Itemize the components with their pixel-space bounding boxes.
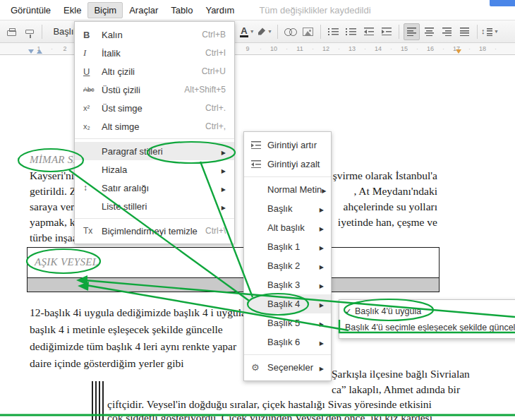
menu-ekle[interactable]: Ekle <box>57 2 87 18</box>
heading-table[interactable]: AŞIK VEYSEL <box>27 247 440 292</box>
line-right-fragment: , At Meydanı'ndaki <box>353 185 437 198</box>
menu-item-label: Başlık 4 <box>267 299 320 309</box>
right-indent-marker[interactable] <box>456 49 461 54</box>
menu-item-ust-simge[interactable]: x² Üst simge Ctrl+. <box>75 99 234 117</box>
menu-item-baslik-3[interactable]: Başlık 3 <box>244 275 331 294</box>
menu-item-secenekler[interactable]: ⚙ Seçenekler <box>244 358 331 377</box>
submenu-arrow-icon <box>320 299 324 309</box>
shortcut-label: Ctrl+. <box>205 103 226 113</box>
align-left-button[interactable] <box>404 23 420 40</box>
menu-item-baslik-6[interactable]: Başlık 6 <box>244 332 331 352</box>
superscript-icon: x² <box>83 104 102 112</box>
bulleted-list-button[interactable] <box>343 23 359 40</box>
line-left-fragment: Kayseri'nin <box>30 169 80 182</box>
shortcut-label: Ctrl+I <box>205 48 226 58</box>
table-row[interactable]: AŞIK VEYSEL <box>28 248 439 277</box>
menu-item-italik[interactable]: I İtalik Ctrl+I <box>75 44 234 62</box>
heading4-menu: Başlık 4'ü uygula Başlık 4'ü seçimle eşl… <box>339 299 515 339</box>
save-status: Tüm değişiklikler kaydedildi <box>259 5 370 16</box>
left-indent-marker[interactable] <box>37 49 42 54</box>
align-right-button[interactable] <box>439 23 455 40</box>
heading-asik-veysel: AŞIK VEYSEL <box>35 256 98 268</box>
menu-item-alti-cizili[interactable]: U Altı çizili Ctrl+U <box>75 62 234 80</box>
menu-item-label: Normal Metin <box>267 184 322 195</box>
submenu-arrow-icon <box>322 184 326 195</box>
paragraph-line: 12-başlık 4i uygula dediğimizde başlık 4… <box>30 306 250 319</box>
menu-item-bicimlendirmeyi-temizle[interactable]: Tx Biçimlendirmeyi temizle Ctrl+\ <box>75 222 234 240</box>
menu-item-baslik-1[interactable]: Başlık 1 <box>244 237 331 256</box>
menu-item-label: İtalik <box>102 48 198 59</box>
check-icon <box>345 306 355 316</box>
line-spacing-button[interactable]: ▼ <box>482 23 499 40</box>
menu-item-label: Üst simge <box>102 103 198 114</box>
share-button[interactable] <box>490 0 515 6</box>
shortcut-label: Ctrl+, <box>205 121 226 131</box>
paragraph-line: ca” lakaplı, Ahmet adında bir <box>332 383 460 396</box>
menu-goruntule[interactable]: Görüntüle <box>4 2 57 18</box>
menu-item-label: Satır aralığı <box>102 183 222 193</box>
paragraph-line: çok şiddetli gösteriyordu. Çiçek yüzünde… <box>107 412 432 420</box>
menu-item-baslik-2[interactable]: Başlık 2 <box>244 256 331 275</box>
menu-item-baslik-5[interactable]: Başlık 5 <box>244 313 331 332</box>
menu-item-hizala[interactable]: Hizala <box>75 160 234 179</box>
format-menu: B Kalın Ctrl+B I İtalik Ctrl+I U Altı çi… <box>74 21 235 244</box>
menu-item-paragraf-stilleri[interactable]: Paragraf stilleri <box>75 142 234 160</box>
decrease-indent-button[interactable] <box>360 23 377 40</box>
line-right-fragment: şvirme olarak İstanbul'a <box>333 169 437 182</box>
insert-image-icon <box>303 28 313 36</box>
menu-item-ustu-cizili[interactable]: Abc Üstü çizili Alt+Shift+5 <box>75 80 234 99</box>
gear-icon: ⚙ <box>251 362 267 373</box>
justify-button[interactable] <box>456 23 473 40</box>
menu-item-girintiyi-azalt[interactable]: Girintiyi azalt <box>244 155 331 174</box>
chevron-down-icon: ▼ <box>267 29 272 34</box>
menu-item-baslik-4[interactable]: Başlık 4 <box>244 294 331 313</box>
text-color-button[interactable]: A▼ <box>239 23 255 40</box>
table-border-line <box>95 381 97 420</box>
menu-item-baslik4-guncelle[interactable]: Başlık 4'ü seçimle eşleşecek şekilde gün… <box>339 319 515 335</box>
selected-table-row[interactable] <box>28 277 439 292</box>
numbered-list-button[interactable] <box>325 23 341 40</box>
bulleted-list-icon <box>346 28 356 35</box>
menu-item-baslik[interactable]: Başlık <box>244 199 331 218</box>
highlight-color-button[interactable]: ▼ <box>257 23 273 40</box>
insert-link-button[interactable] <box>282 23 298 40</box>
paint-format-button[interactable] <box>21 23 37 40</box>
menu-item-satir-araligi[interactable]: ↕ Satır aralığı <box>75 179 234 197</box>
menu-araclar[interactable]: Araçlar <box>123 2 164 18</box>
align-center-button[interactable] <box>421 23 437 40</box>
menu-tablo[interactable]: Tablo <box>164 2 199 18</box>
line-spacing-icon <box>482 28 492 36</box>
menu-item-label: Biçimlendirmeyi temizle <box>102 226 198 236</box>
print-button[interactable] <box>4 23 20 40</box>
menu-item-label: Başlık 1 <box>267 241 320 252</box>
first-line-indent-marker[interactable] <box>28 49 34 54</box>
menu-item-alt-simge[interactable]: x₂ Alt simge Ctrl+, <box>75 117 234 136</box>
menu-item-label: Girintiyi azalt <box>267 159 324 169</box>
menu-item-label: Alt başlık <box>267 222 320 233</box>
insert-image-button[interactable] <box>300 23 316 40</box>
paragraph-line: dediğimizde tüm başlık 4 leri aynı renkt… <box>30 340 236 353</box>
menu-yardim[interactable]: Yardım <box>199 2 241 18</box>
menu-bar: Görüntüle Ekle Biçim Araçlar Tablo Yardı… <box>0 0 515 20</box>
menu-item-kalin[interactable]: B Kalın Ctrl+B <box>75 25 234 44</box>
menu-separator <box>75 138 234 139</box>
menu-item-girintiyi-artir[interactable]: Girintiyi artır <box>244 136 331 155</box>
bold-icon: B <box>83 30 102 40</box>
table-border-line <box>92 381 93 420</box>
increase-indent-button[interactable] <box>378 23 394 40</box>
menu-separator <box>244 176 331 177</box>
menu-bicim[interactable]: Biçim <box>87 2 123 18</box>
menu-item-alt-baslik[interactable]: Alt başlık <box>244 218 331 237</box>
align-right-icon <box>442 27 452 36</box>
menu-item-liste-stilleri[interactable]: Liste stilleri <box>75 197 234 215</box>
menu-item-label: Kalın <box>102 30 195 40</box>
menu-item-baslik4-uygula[interactable]: Başlık 4'ü uygula <box>339 303 515 319</box>
menu-item-label: Hizala <box>102 164 222 175</box>
menu-item-label: Başlık 6 <box>267 337 320 347</box>
print-icon <box>7 30 16 36</box>
submenu-arrow-icon <box>320 318 324 328</box>
menu-item-normal-metin[interactable]: Normal Metin <box>244 180 331 199</box>
line-right-fragment: ahçelerinde su yolları <box>344 200 437 213</box>
toolbar-separator <box>277 25 278 39</box>
justify-icon <box>460 27 469 36</box>
